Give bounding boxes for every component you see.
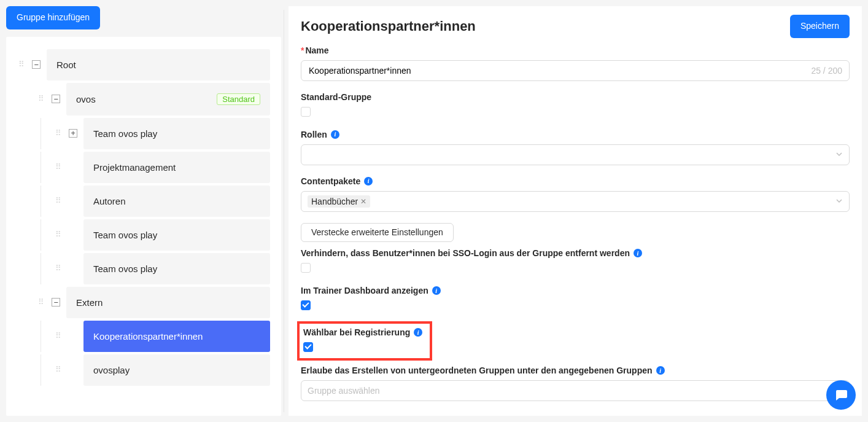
selectable-registration-checkbox[interactable] bbox=[303, 342, 313, 352]
save-button[interactable]: Speichern bbox=[790, 15, 850, 38]
node-label[interactable]: Team ovos play bbox=[83, 118, 270, 149]
node-label[interactable]: ovosplay bbox=[83, 354, 270, 386]
edit-form: Kooperationspartner*innen Speichern *Nam… bbox=[289, 6, 862, 416]
node-label[interactable]: Projektmanagement bbox=[83, 152, 270, 183]
info-icon[interactable]: i bbox=[414, 328, 422, 337]
node-label[interactable]: Autoren bbox=[83, 186, 270, 217]
select-placeholder: Gruppe auswählen bbox=[308, 386, 380, 396]
content-package-tag: Handbücher ✕ bbox=[308, 195, 370, 208]
node-label[interactable]: Root bbox=[47, 49, 270, 80]
chevron-down-icon bbox=[835, 197, 843, 206]
node-text: Projektmanagement bbox=[93, 162, 176, 173]
tag-text: Handbücher bbox=[311, 197, 358, 206]
info-icon[interactable]: i bbox=[331, 130, 339, 139]
allow-subgroups-label: Erlaube das Erstellen von untergeordnete… bbox=[301, 365, 653, 375]
node-label[interactable]: ovos Standard bbox=[66, 83, 270, 115]
checkmark-icon bbox=[306, 342, 310, 352]
toggle-advanced-button[interactable]: Verstecke erweiterte Einstellungen bbox=[301, 223, 454, 243]
standard-group-checkbox[interactable] bbox=[301, 107, 311, 117]
roles-select[interactable] bbox=[301, 144, 850, 165]
tree-node-ovos[interactable]: ⠿ − ovos Standard bbox=[17, 83, 270, 115]
char-counter: 25 / 200 bbox=[811, 66, 842, 76]
expand-icon[interactable]: + bbox=[69, 129, 77, 138]
info-icon[interactable]: i bbox=[656, 366, 665, 375]
standard-badge: Standard bbox=[217, 93, 260, 105]
drag-handle-icon[interactable]: ⠿ bbox=[54, 197, 63, 205]
node-text: Kooperationspartner*innen bbox=[93, 331, 203, 342]
tree-node-authors[interactable]: ⠿ Autoren bbox=[17, 186, 270, 217]
drag-handle-icon[interactable]: ⠿ bbox=[54, 231, 63, 238]
drag-handle-icon[interactable]: ⠿ bbox=[54, 130, 63, 137]
trainer-dashboard-label: Im Trainer Dashboard anzeigen bbox=[301, 286, 428, 295]
drag-handle-icon[interactable]: ⠿ bbox=[54, 265, 63, 272]
node-text: Root bbox=[56, 60, 76, 70]
allow-subgroups-select[interactable]: Gruppe auswählen bbox=[301, 380, 850, 401]
content-packages-select[interactable]: Handbücher ✕ bbox=[301, 191, 850, 212]
info-icon[interactable]: i bbox=[634, 249, 642, 257]
tree-node-pm[interactable]: ⠿ Projektmanagement bbox=[17, 152, 270, 183]
info-icon[interactable]: i bbox=[364, 177, 373, 186]
drag-handle-icon[interactable]: ⠿ bbox=[37, 299, 45, 306]
node-text: Extern bbox=[76, 297, 103, 308]
tree-node-ovosplay[interactable]: ⠿ ovosplay bbox=[17, 354, 270, 386]
chevron-down-icon bbox=[835, 150, 843, 160]
drag-handle-icon[interactable]: ⠿ bbox=[37, 95, 45, 103]
drag-handle-icon[interactable]: ⠿ bbox=[54, 366, 63, 373]
roles-label: Rollen bbox=[301, 130, 327, 139]
chat-icon bbox=[834, 388, 848, 402]
tree-node-team1[interactable]: ⠿ + Team ovos play bbox=[17, 118, 270, 149]
highlight-annotation: Wählbar bei Registrierung i bbox=[297, 321, 432, 361]
tree-node-root[interactable]: ⠿ − Root bbox=[17, 49, 270, 80]
collapse-icon[interactable]: − bbox=[52, 298, 60, 307]
tree-node-team3[interactable]: ⠿ Team ovos play bbox=[17, 253, 270, 284]
node-text: Team ovos play bbox=[93, 230, 157, 240]
node-label[interactable]: Team ovos play bbox=[83, 253, 270, 284]
group-tree: ⠿ − Root ⠿ − ovos Standard ⠿ bbox=[6, 37, 281, 416]
selectable-registration-label: Wählbar bei Registrierung bbox=[303, 327, 410, 337]
prevent-sso-checkbox[interactable] bbox=[301, 263, 311, 273]
tree-node-coop[interactable]: ⠿ Kooperationspartner*innen bbox=[17, 321, 270, 352]
checkmark-icon bbox=[304, 300, 308, 310]
page-title: Kooperationspartner*innen bbox=[301, 18, 476, 34]
tree-node-team2[interactable]: ⠿ Team ovos play bbox=[17, 219, 270, 251]
panel-divider[interactable] bbox=[284, 10, 284, 412]
prevent-sso-label: Verhindern, dass Benutzer*innen bei SSO-… bbox=[301, 248, 630, 258]
save-label: Speichern bbox=[800, 20, 839, 33]
drag-handle-icon[interactable]: ⠿ bbox=[17, 61, 26, 68]
collapse-icon[interactable]: − bbox=[52, 95, 60, 103]
info-icon[interactable]: i bbox=[432, 286, 441, 295]
name-input[interactable] bbox=[301, 60, 850, 81]
toggle-advanced-label: Verstecke erweiterte Einstellungen bbox=[311, 227, 443, 239]
node-text: Team ovos play bbox=[93, 128, 157, 139]
trainer-dashboard-checkbox[interactable] bbox=[301, 300, 311, 310]
node-label[interactable]: Kooperationspartner*innen bbox=[83, 321, 270, 352]
add-group-label: Gruppe hinzufügen bbox=[17, 12, 90, 24]
node-text: Team ovos play bbox=[93, 264, 157, 274]
collapse-icon[interactable]: − bbox=[32, 60, 41, 69]
chat-widget-button[interactable] bbox=[826, 380, 856, 410]
node-text: ovos bbox=[76, 94, 96, 104]
required-star-icon: * bbox=[301, 45, 304, 55]
node-text: ovosplay bbox=[93, 365, 130, 375]
drag-handle-icon[interactable]: ⠿ bbox=[54, 332, 63, 340]
close-icon[interactable]: ✕ bbox=[360, 197, 366, 206]
add-group-button[interactable]: Gruppe hinzufügen bbox=[6, 6, 100, 29]
node-label[interactable]: Extern bbox=[66, 287, 270, 318]
name-label: *Name bbox=[301, 45, 850, 55]
tree-node-extern[interactable]: ⠿ − Extern bbox=[17, 287, 270, 318]
node-text: Autoren bbox=[93, 196, 126, 206]
content-packages-label: Contentpakete bbox=[301, 176, 360, 186]
drag-handle-icon[interactable]: ⠿ bbox=[54, 163, 63, 171]
node-label[interactable]: Team ovos play bbox=[83, 219, 270, 251]
standard-group-label: Standard-Gruppe bbox=[301, 92, 850, 102]
